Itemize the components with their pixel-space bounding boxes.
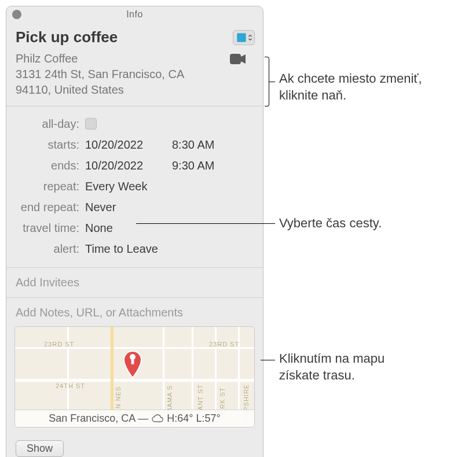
svg-rect-0 bbox=[230, 54, 241, 64]
weather-temp: H:64° L:57° bbox=[167, 412, 220, 425]
location-address1: 3131 24th St, San Francisco, CA bbox=[16, 67, 184, 82]
alert-value[interactable]: Time to Leave bbox=[85, 242, 255, 256]
cloud-icon bbox=[152, 414, 163, 423]
starts-value[interactable]: 10/20/2022 8:30 AM bbox=[85, 138, 255, 152]
starts-label: starts: bbox=[14, 138, 85, 152]
annotation-callouts: Ak chcete miesto zmeniť, kliknite naň. V… bbox=[272, 6, 470, 457]
callout-leader bbox=[269, 82, 275, 82]
calendar-color-picker[interactable] bbox=[233, 30, 255, 45]
travel-time-label: travel time: bbox=[14, 222, 85, 235]
allday-label: all-day: bbox=[14, 117, 85, 131]
callout-text: získate trasu. bbox=[279, 367, 385, 384]
starts-time: 8:30 AM bbox=[172, 138, 214, 152]
panel-footer: Show bbox=[6, 433, 263, 457]
map-pin-icon bbox=[122, 350, 143, 383]
callout-bracket bbox=[265, 57, 269, 106]
repeat-label: repeat: bbox=[14, 180, 85, 193]
chevron-updown-icon bbox=[247, 34, 253, 41]
svg-point-2 bbox=[130, 354, 136, 360]
map-weather-strip: San Francisco, CA — H:64° L:57° bbox=[15, 410, 254, 427]
location-name: Philz Coffee bbox=[16, 51, 184, 67]
notes-section: Add Notes, URL, or Attachments 23RD ST 2… bbox=[6, 298, 263, 433]
titlebar: Info bbox=[6, 6, 263, 23]
location-address2: 94110, United States bbox=[16, 82, 184, 98]
ends-date: 10/20/2022 bbox=[85, 159, 155, 172]
color-swatch-icon bbox=[237, 33, 246, 42]
ends-time: 9:30 AM bbox=[172, 159, 214, 172]
video-call-icon[interactable] bbox=[229, 53, 247, 98]
add-invitees-field[interactable]: Add Invitees bbox=[6, 268, 263, 298]
callout-leader bbox=[136, 223, 275, 224]
event-title[interactable]: Pick up coffee bbox=[16, 28, 118, 46]
repeat-value[interactable]: Every Week bbox=[85, 180, 255, 193]
callout-text: kliknite naň. bbox=[279, 87, 422, 104]
ends-value[interactable]: 10/20/2022 9:30 AM bbox=[85, 159, 255, 172]
event-location[interactable]: Philz Coffee 3131 24th St, San Francisco… bbox=[16, 51, 184, 98]
alert-label: alert: bbox=[14, 242, 85, 256]
callout-text: Vyberte čas cesty. bbox=[279, 215, 382, 232]
callout-text: Ak chcete miesto zmeniť, bbox=[279, 71, 422, 87]
end-repeat-value[interactable]: Never bbox=[85, 201, 255, 214]
add-notes-field[interactable]: Add Notes, URL, or Attachments bbox=[14, 306, 255, 319]
event-header: Pick up coffee Philz Coffee 3131 24th St… bbox=[6, 23, 263, 106]
allday-checkbox[interactable] bbox=[85, 118, 97, 130]
event-details: all-day: starts: 10/20/2022 8:30 AM ends… bbox=[6, 106, 263, 268]
starts-date: 10/20/2022 bbox=[85, 138, 155, 152]
end-repeat-label: end repeat: bbox=[14, 201, 85, 214]
ends-label: ends: bbox=[14, 159, 85, 172]
callout-text: Kliknutím na mapu bbox=[279, 351, 385, 367]
show-button[interactable]: Show bbox=[16, 440, 64, 457]
weather-city: San Francisco, CA — bbox=[49, 412, 148, 425]
info-panel: Info Pick up coffee Philz Coffee 3131 24… bbox=[6, 6, 263, 457]
callout-leader bbox=[261, 360, 275, 360]
window-title: Info bbox=[6, 9, 263, 20]
location-map[interactable]: 23RD ST 23RD ST 24TH ST S VAN NES ALABAM… bbox=[14, 326, 255, 427]
